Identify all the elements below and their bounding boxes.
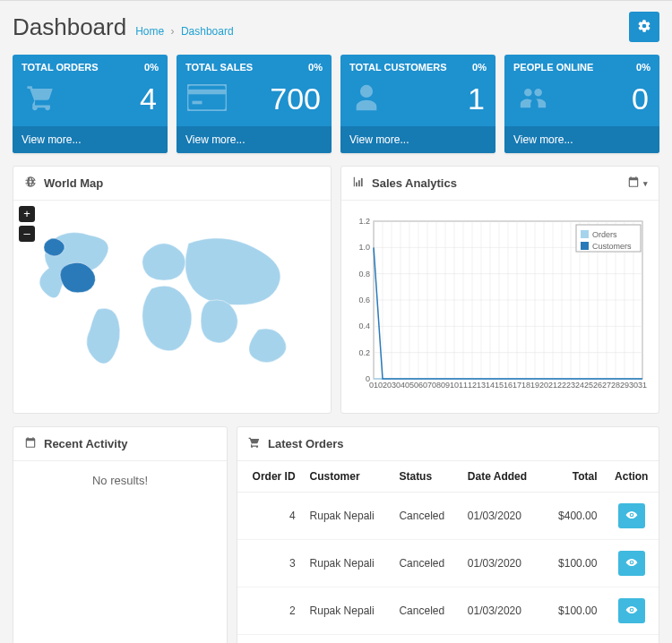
table-row: 4Rupak NepaliCanceled01/03/2020$400.00 [237, 493, 659, 540]
stat-tile: TOTAL CUSTOMERS0%1View more... [340, 55, 495, 153]
eye-icon [625, 604, 638, 619]
tile-percent: 0% [144, 62, 159, 73]
tile-percent: 0% [308, 62, 323, 73]
col-status: Status [392, 461, 460, 493]
view-order-button[interactable] [618, 503, 645, 528]
svg-rect-2 [193, 100, 202, 104]
cell-total: $100.00 [544, 635, 604, 644]
cell-total: $400.00 [544, 493, 604, 540]
stat-tiles: TOTAL ORDERS0%4View more...TOTAL SALES0%… [0, 55, 672, 153]
cell-date: 01/03/2020 [461, 587, 544, 635]
caret-down-icon: ▾ [643, 179, 648, 188]
svg-text:23: 23 [566, 381, 575, 390]
svg-text:12: 12 [468, 381, 477, 390]
col-action: Action [604, 461, 659, 493]
recent-activity-title: Recent Activity [44, 437, 127, 450]
svg-text:15: 15 [495, 381, 504, 390]
breadcrumb-home[interactable]: Home [135, 25, 164, 38]
user-icon [351, 82, 382, 116]
svg-text:20: 20 [539, 381, 548, 390]
tile-percent: 0% [472, 62, 487, 73]
svg-text:24: 24 [575, 381, 584, 390]
chart-range-toggle[interactable]: ▾ [627, 176, 648, 191]
svg-text:05: 05 [405, 381, 414, 390]
svg-text:22: 22 [557, 381, 566, 390]
svg-text:02: 02 [378, 381, 387, 390]
globe-icon [24, 176, 37, 191]
svg-text:03: 03 [387, 381, 396, 390]
svg-text:1.2: 1.2 [358, 217, 370, 226]
col-customer: Customer [303, 461, 392, 493]
view-order-button[interactable] [618, 551, 645, 576]
cell-status: Canceled [392, 587, 460, 635]
calendar-icon [627, 176, 640, 191]
svg-text:28: 28 [611, 381, 620, 390]
svg-text:21: 21 [548, 381, 557, 390]
tile-value: 4 [140, 81, 157, 116]
cell-status: Complete [392, 635, 460, 644]
users-icon [515, 82, 551, 116]
table-row: 3Rupak NepaliCanceled01/03/2020$100.00 [237, 540, 659, 587]
recent-activity-empty: No results! [13, 461, 227, 500]
svg-text:11: 11 [459, 381, 468, 390]
svg-rect-81 [581, 230, 589, 238]
eye-icon [625, 509, 638, 524]
cart-icon [23, 82, 59, 116]
svg-text:10: 10 [450, 381, 459, 390]
settings-button[interactable] [629, 12, 659, 42]
tile-label: PEOPLE ONLINE [513, 62, 593, 73]
svg-text:31: 31 [638, 381, 647, 390]
map-zoom-out-button[interactable]: – [19, 226, 35, 242]
cart-icon [248, 436, 261, 451]
cell-total: $100.00 [544, 540, 604, 587]
svg-text:19: 19 [530, 381, 539, 390]
cell-order-id: 1 [237, 635, 303, 644]
tile-view-more-link[interactable]: View more... [340, 126, 495, 153]
credit-card-icon [187, 84, 227, 114]
table-row: 2Rupak NepaliCanceled01/03/2020$100.00 [237, 587, 659, 635]
cell-status: Canceled [392, 493, 460, 540]
page-title: Dashboard [13, 13, 126, 41]
tile-value: 0 [632, 81, 649, 116]
svg-text:06: 06 [414, 381, 423, 390]
cell-date: 01/03/2020 [461, 540, 544, 587]
cell-customer: Rupak Nepali [303, 540, 392, 587]
svg-text:09: 09 [441, 381, 450, 390]
world-map[interactable] [24, 211, 320, 390]
svg-text:08: 08 [432, 381, 441, 390]
stat-tile: TOTAL ORDERS0%4View more... [13, 55, 168, 153]
cell-customer: Rupak Nepali [303, 587, 392, 635]
cell-date: 01/03/2020 [461, 635, 544, 644]
svg-rect-1 [187, 89, 227, 94]
breadcrumb-current[interactable]: Dashboard [181, 25, 234, 38]
cell-order-id: 4 [237, 493, 303, 540]
col-date: Date Added [461, 461, 544, 493]
svg-text:13: 13 [477, 381, 486, 390]
view-order-button[interactable] [618, 598, 645, 623]
table-row: 1Rupak NepaliComplete01/03/2020$100.00 [237, 635, 659, 644]
tile-label: TOTAL ORDERS [22, 62, 99, 73]
tile-value: 1 [468, 81, 485, 116]
sales-analytics-panel: Sales Analytics ▾ 00.20.40.60.81.01.2010… [340, 166, 659, 414]
svg-text:01: 01 [369, 381, 378, 390]
svg-text:0.2: 0.2 [358, 348, 370, 357]
svg-text:16: 16 [504, 381, 513, 390]
recent-activity-panel: Recent Activity No results! [13, 426, 228, 643]
map-zoom-in-button[interactable]: + [19, 206, 35, 222]
svg-text:30: 30 [629, 381, 638, 390]
tile-percent: 0% [636, 62, 650, 73]
world-map-title: World Map [44, 176, 103, 190]
latest-orders-title: Latest Orders [268, 437, 344, 450]
svg-text:0.8: 0.8 [358, 270, 370, 279]
tile-view-more-link[interactable]: View more... [177, 126, 332, 153]
col-order-id: Order ID [237, 461, 303, 493]
svg-text:14: 14 [486, 381, 495, 390]
sales-chart: 00.20.40.60.81.01.2010203040506070809101… [352, 211, 648, 399]
tile-view-more-link[interactable]: View more... [504, 126, 659, 153]
latest-orders-panel: Latest Orders Order ID Customer Status D… [237, 426, 659, 643]
svg-rect-0 [187, 84, 227, 110]
cell-customer: Rupak Nepali [303, 493, 392, 540]
tile-view-more-link[interactable]: View more... [13, 126, 168, 153]
cell-status: Canceled [392, 540, 460, 587]
tile-label: TOTAL CUSTOMERS [349, 62, 447, 73]
